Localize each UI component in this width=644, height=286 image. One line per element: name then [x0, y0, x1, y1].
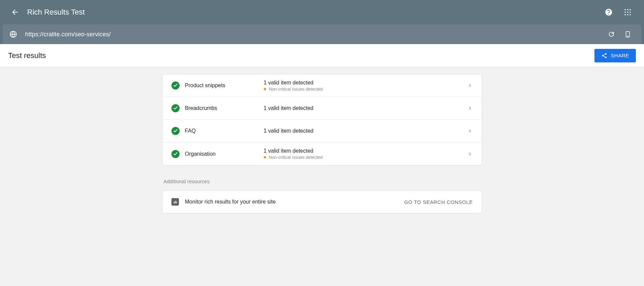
result-row-faq[interactable]: FAQ 1 valid item detected — [163, 120, 482, 142]
reload-button[interactable] — [605, 27, 618, 41]
main-content: Product snippets 1 valid item detected N… — [0, 67, 644, 286]
results-bar: Test results SHARE — [0, 44, 644, 67]
resource-card: Monitor rich results for your entire sit… — [162, 190, 482, 213]
share-button[interactable]: SHARE — [594, 49, 636, 62]
svg-rect-16 — [173, 202, 174, 204]
share-button-label: SHARE — [611, 53, 629, 58]
svg-point-8 — [630, 14, 631, 16]
result-name: FAQ — [185, 128, 264, 134]
check-icon — [171, 127, 180, 135]
tested-url[interactable]: https://cralite.com/seo-services/ — [25, 31, 602, 38]
result-primary: 1 valid item detected — [264, 128, 463, 134]
go-to-search-console-button[interactable]: GO TO SEARCH CONSOLE — [404, 199, 473, 205]
chevron-right-icon — [467, 105, 473, 111]
results-label: Test results — [8, 51, 594, 60]
result-secondary: Non-critical issues detected — [264, 155, 463, 160]
result-detail: 1 valid item detected Non-critical issue… — [264, 80, 463, 92]
reload-icon — [608, 31, 615, 38]
svg-point-2 — [630, 9, 631, 11]
result-secondary: Non-critical issues detected — [264, 87, 463, 92]
results-card: Product snippets 1 valid item detected N… — [162, 74, 482, 166]
svg-point-0 — [625, 9, 626, 11]
result-detail: 1 valid item detected — [264, 105, 463, 111]
help-button[interactable] — [601, 4, 617, 20]
svg-point-7 — [627, 14, 628, 16]
help-icon — [605, 8, 613, 16]
result-name: Organisation — [185, 151, 264, 157]
svg-point-5 — [630, 12, 631, 13]
warning-dot-icon — [264, 88, 266, 90]
url-bar-container: https://cralite.com/seo-services/ — [0, 24, 644, 44]
check-icon — [171, 150, 180, 158]
result-row-organisation[interactable]: Organisation 1 valid item detected Non-c… — [163, 142, 482, 165]
share-icon — [601, 53, 607, 59]
svg-point-1 — [627, 9, 628, 11]
result-detail: 1 valid item detected — [264, 128, 463, 134]
url-bar: https://cralite.com/seo-services/ — [3, 24, 641, 44]
app-header: Rich Results Test — [0, 0, 644, 24]
chevron-right-icon — [467, 151, 473, 157]
app-title: Rich Results Test — [27, 8, 598, 17]
device-button[interactable] — [621, 27, 634, 41]
chevron-right-icon — [467, 128, 473, 134]
result-detail: 1 valid item detected Non-critical issue… — [264, 148, 463, 160]
chevron-right-icon — [467, 82, 473, 89]
check-icon — [171, 104, 180, 112]
result-primary: 1 valid item detected — [264, 105, 463, 111]
result-name: Product snippets — [185, 82, 264, 89]
result-primary: 1 valid item detected — [264, 148, 463, 154]
apps-button[interactable] — [620, 4, 636, 20]
svg-rect-18 — [176, 202, 177, 204]
additional-resources-title: Additional resources — [164, 178, 482, 184]
globe-icon — [10, 31, 17, 38]
result-row-product-snippets[interactable]: Product snippets 1 valid item detected N… — [163, 74, 482, 97]
apps-grid-icon — [624, 8, 631, 16]
check-icon — [171, 81, 180, 90]
svg-point-4 — [627, 12, 628, 13]
result-primary: 1 valid item detected — [264, 80, 463, 86]
back-button[interactable] — [8, 5, 22, 19]
smartphone-icon — [624, 30, 631, 39]
result-name: Breadcrumbs — [185, 105, 264, 111]
content-column: Product snippets 1 valid item detected N… — [162, 74, 482, 267]
svg-rect-17 — [175, 201, 176, 204]
result-row-breadcrumbs[interactable]: Breadcrumbs 1 valid item detected — [163, 97, 482, 120]
svg-point-6 — [625, 14, 626, 16]
svg-point-3 — [625, 12, 626, 13]
analytics-icon — [171, 198, 179, 206]
warning-dot-icon — [264, 156, 266, 158]
arrow-left-icon — [11, 8, 19, 16]
resource-text: Monitor rich results for your entire sit… — [185, 199, 404, 205]
